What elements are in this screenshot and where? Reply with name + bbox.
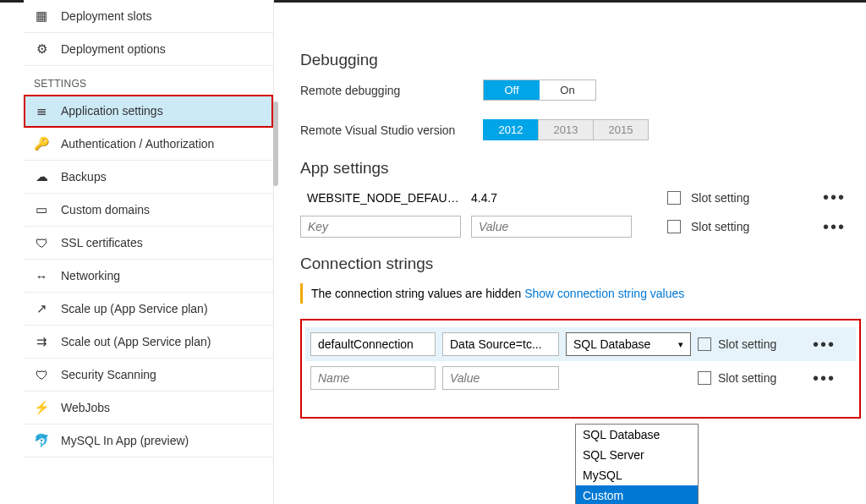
sidebar-item-webjobs[interactable]: ⚡ WebJobs [24,392,273,425]
dropdown-option[interactable]: SQL Server [576,445,698,465]
dropdown-option[interactable]: MySQL [576,465,698,485]
shield-icon: 🛡 [34,235,49,250]
sidebar-item-label: SSL certificates [61,236,143,249]
network-icon: ↔ [34,268,49,283]
slot-label: Slot setting [718,337,776,351]
remote-version-label: Remote Visual Studio version [300,123,473,137]
version-2013-button[interactable]: 2013 [538,119,594,140]
sidebar-item-label: Scale out (App Service plan) [61,335,211,348]
sidebar-item-label: Deployment slots [61,9,151,23]
slot-label: Slot setting [691,220,749,233]
slot-setting-checkbox[interactable] [667,191,681,205]
slots-icon: ▦ [34,8,49,24]
slot-label: Slot setting [691,191,749,205]
remote-debug-toggle[interactable]: Off On [483,79,596,101]
sidebar-item-label: Networking [61,269,120,282]
app-setting-row: WEBSITE_NODE_DEFAULT_V... 4.4.7 Slot set… [300,188,861,207]
toggle-on-button[interactable]: On [540,80,595,100]
sidebar-item-backups[interactable]: ☁ Backups [24,161,273,194]
conn-heading: Connection strings [300,255,861,273]
slot-setting-checkbox[interactable] [667,220,681,233]
sidebar-item-application-settings[interactable]: ≣ Application settings [24,95,273,128]
cloud-icon: ☁ [34,169,49,184]
sidebar-item-deployment-slots[interactable]: ▦ Deployment slots [24,0,273,33]
gear-icon: ⚙ [34,41,49,57]
sidebar-item-label: Application settings [61,104,163,118]
sidebar-item-scale-up[interactable]: ↗ Scale up (App Service plan) [24,293,273,326]
settings-list-icon: ≣ [34,103,49,118]
sidebar-item-deployment-options[interactable]: ⚙ Deployment options [24,33,273,66]
sidebar-item-label: MySQL In App (preview) [61,434,189,447]
more-icon[interactable]: ••• [813,335,836,354]
sidebar-item-label: Security Scanning [61,368,156,381]
mysql-icon: 🐬 [34,433,49,448]
sidebar-item-auth[interactable]: 🔑 Authentication / Authorization [24,128,273,161]
sidebar-item-label: Custom domains [61,203,150,216]
version-2012-button[interactable]: 2012 [483,119,539,140]
more-icon[interactable]: ••• [823,188,846,207]
conn-type-select[interactable]: SQL Database▾ [566,332,691,356]
more-icon[interactable]: ••• [813,369,836,388]
scale-out-icon: ⇉ [34,334,49,349]
conn-value-input[interactable] [442,366,559,390]
conn-new-row: Slot setting ••• [305,361,856,395]
sidebar-item-domains[interactable]: ▭ Custom domains [24,194,273,227]
sidebar-item-label: Deployment options [61,42,166,56]
toggle-off-button[interactable]: Off [484,80,540,100]
sidebar-item-label: WebJobs [61,401,110,414]
app-setting-key-input[interactable] [300,216,461,238]
sidebar-item-security[interactable]: 🛡 Security Scanning [24,359,273,392]
app-settings-heading: App settings [300,159,861,178]
remote-debug-label: Remote debugging [300,84,473,97]
scale-up-icon: ↗ [34,301,49,316]
webjobs-icon: ⚡ [34,400,49,415]
domain-icon: ▭ [34,202,49,217]
sidebar: ▦ Deployment slots ⚙ Deployment options … [24,0,274,504]
key-icon: 🔑 [34,136,49,151]
app-setting-new-row: Slot setting ••• [300,216,861,238]
chevron-down-icon: ▾ [678,339,683,350]
conn-name-input[interactable] [310,332,436,356]
conn-note: The connection string values are hidden … [300,283,861,304]
sidebar-item-label: Authentication / Authorization [61,137,214,151]
show-values-link[interactable]: Show connection string values [524,287,684,300]
sidebar-item-label: Backups [61,170,107,184]
slot-setting-checkbox[interactable] [698,371,711,385]
debugging-heading: Debugging [300,51,861,69]
app-setting-value-input[interactable] [471,216,632,238]
slot-label: Slot setting [718,371,776,385]
security-icon: 🛡 [34,367,49,382]
dropdown-option[interactable]: SQL Database [576,425,698,445]
app-setting-value[interactable]: 4.4.7 [471,191,632,205]
dropdown-option-selected[interactable]: Custom [576,485,698,504]
sidebar-heading: SETTINGS [24,66,273,95]
conn-name-input[interactable] [310,366,436,390]
sidebar-item-label: Scale up (App Service plan) [61,302,208,315]
sidebar-item-networking[interactable]: ↔ Networking [24,260,273,293]
more-icon[interactable]: ••• [823,217,846,237]
slot-setting-checkbox[interactable] [698,337,711,351]
conn-row: SQL Database▾ Slot setting ••• [305,327,856,361]
app-setting-key[interactable]: WEBSITE_NODE_DEFAULT_V... [300,191,461,205]
conn-value-input[interactable] [442,332,559,356]
scrollbar-thumb[interactable] [273,101,278,186]
sidebar-item-mysql[interactable]: 🐬 MySQL In App (preview) [24,425,273,457]
sidebar-item-ssl[interactable]: 🛡 SSL certificates [24,227,273,260]
version-2015-button[interactable]: 2015 [593,119,649,140]
conn-type-dropdown: SQL Database SQL Server MySQL Custom [575,424,699,504]
connection-strings-box: SQL Database▾ Slot setting ••• Slot sett… [300,319,861,419]
sidebar-item-scale-out[interactable]: ⇉ Scale out (App Service plan) [24,326,273,359]
